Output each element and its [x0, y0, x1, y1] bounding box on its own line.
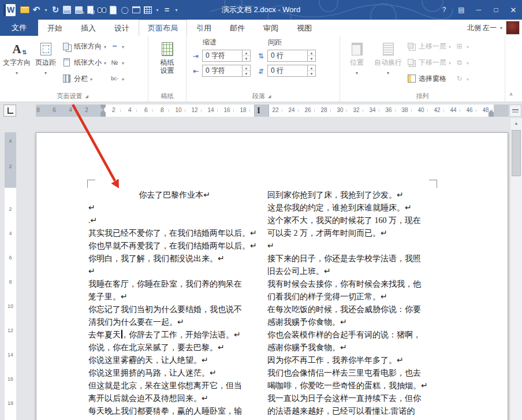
document-title-line: 你去了巴黎作业本↵	[88, 189, 260, 202]
tab-file[interactable]: 文件	[0, 20, 38, 36]
ruler-number: 14	[5, 352, 16, 359]
ribbon-tab[interactable]: 视图	[288, 20, 321, 36]
spin-down-button[interactable]	[243, 71, 250, 76]
ribbon-tab[interactable]: 开始	[38, 20, 72, 36]
align-button[interactable]	[453, 39, 471, 53]
ribbon-tab[interactable]: 引用	[187, 20, 221, 36]
wrap-text-icon	[383, 43, 394, 55]
text-line: 离开以后就会迫不及待想回来。↵	[88, 392, 260, 405]
chevron-down-icon	[467, 58, 469, 66]
line-numbers-button[interactable]	[108, 55, 126, 69]
word-app-icon[interactable]: W	[3, 4, 16, 16]
position-button[interactable]: 位置	[342, 38, 371, 91]
breaks-button[interactable]	[108, 39, 126, 53]
group-label: 稿纸	[161, 92, 174, 101]
chevron-down-icon	[449, 42, 451, 50]
margins-button[interactable]: 页边距	[31, 38, 60, 91]
vertical-scrollbar[interactable]	[510, 118, 522, 420]
text-line: 感谢我赐予你食物。↵	[267, 316, 438, 329]
save-icon[interactable]	[62, 4, 72, 16]
scrollbar-thumb[interactable]	[512, 130, 521, 176]
scroll-up-button[interactable]	[510, 118, 522, 129]
ribbon-tab[interactable]: 设计	[105, 20, 139, 36]
spin-up-button[interactable]	[308, 65, 315, 71]
orientation-button[interactable]: 纸张方向	[60, 39, 108, 53]
new-doc-icon[interactable]	[109, 4, 118, 16]
bring-forward-button[interactable]: 上移一层	[405, 39, 453, 53]
ruler-column-gap[interactable]	[254, 105, 269, 117]
spin-down-button[interactable]	[308, 71, 315, 76]
grid-caret-icon[interactable]: ▾	[155, 4, 160, 16]
columns-button[interactable]: 分栏	[60, 72, 108, 86]
print-preview-icon[interactable]	[85, 4, 95, 16]
spin-down-button[interactable]	[243, 56, 250, 61]
help-button[interactable]: ?	[435, 0, 453, 20]
maximize-button[interactable]: □	[487, 0, 505, 20]
send-backward-button[interactable]: 下移一层	[405, 55, 453, 69]
spacing-header: 间距	[256, 38, 316, 47]
split-handle-button[interactable]	[509, 105, 521, 117]
button-label: 文字方向	[3, 58, 31, 66]
selection-pane-button[interactable]: 选择窗格	[405, 72, 453, 86]
wrap-text-button[interactable]: 自动换行	[371, 38, 405, 91]
left-column[interactable]: 你去了巴黎作业本↵ ↵.↵其实我已经不爱你了，在我们结婚两年以后。↵你也早就不再…	[88, 189, 260, 418]
ribbon-tab[interactable]: 邮件	[221, 20, 254, 36]
vertical-ruler[interactable]: 42 24681012141618	[5, 132, 16, 420]
table-grid-icon[interactable]	[143, 4, 152, 16]
hyphenation-button[interactable]	[108, 72, 126, 86]
group-button[interactable]	[453, 55, 471, 69]
collapse-ribbon-button[interactable]	[505, 91, 517, 101]
paper-size-button[interactable]: 纸张大小	[60, 55, 108, 69]
indent-right-input[interactable]: 0 字符	[202, 65, 251, 77]
manuscript-grid-button[interactable]: 稿纸设置	[153, 38, 182, 91]
text-line: 清我们为什么要在一起。↵	[88, 316, 260, 329]
minimize-button[interactable]: ─	[470, 0, 487, 20]
ruler-number: 4	[5, 231, 16, 237]
space-before-input[interactable]: 0 行	[267, 50, 316, 62]
open-folder-icon[interactable]	[20, 4, 29, 16]
avatar[interactable]	[506, 21, 520, 35]
spin-up-button[interactable]	[243, 50, 250, 56]
ribbon-tab[interactable]: 插入	[72, 20, 105, 36]
chevron-down-icon	[467, 75, 469, 83]
redo-icon[interactable]: ↻	[51, 4, 60, 16]
account-area[interactable]: 北侧 左一 ▾	[467, 20, 522, 36]
ruler-number: 4	[125, 107, 135, 113]
ribbon-group-page-setup: A 文字方向 页边距 纸张方向 纸张大小	[0, 36, 148, 102]
text-direction-button[interactable]: A 文字方向	[2, 38, 31, 91]
ruler-number: 44	[449, 107, 458, 113]
align-icon	[454, 42, 464, 51]
qat-more-icon[interactable]: ▾	[174, 4, 179, 16]
ruler-number: 28	[319, 107, 329, 113]
ribbon-tab[interactable]: 审阅	[254, 20, 288, 36]
find-icon[interactable]	[97, 4, 106, 16]
undo-icon[interactable]: ↶	[32, 4, 41, 16]
ribbon-tab[interactable]: 页面布局	[139, 20, 187, 36]
horizontal-ruler[interactable]: 8642 24681012141618222426283032343638404…	[36, 105, 509, 117]
spin-up-button[interactable]	[308, 50, 315, 56]
ribbon-display-options-button[interactable]: ▤	[453, 0, 470, 20]
tab-stop-selector[interactable]	[3, 105, 16, 117]
space-after-icon: ⇅	[256, 67, 266, 75]
text-line: 你说，你在北京呆腻了，要去巴黎。↵	[88, 341, 260, 354]
rotate-button[interactable]	[453, 72, 471, 86]
dialog-launcher-icon[interactable]	[268, 94, 274, 99]
undo-caret-icon[interactable]: ▾	[43, 4, 49, 16]
indent-left-input[interactable]: 0 字符	[202, 50, 251, 62]
window-controls: ? ▤ ─ □ ✕	[435, 0, 522, 20]
text-line: 每天晚上我们都要猜拳，赢的人睡卧室，输	[88, 405, 260, 418]
shape-circle-icon[interactable]: ◯	[120, 4, 129, 16]
spin-up-button[interactable]	[243, 65, 250, 71]
right-column[interactable]: 回到家你抢到了床，我抢到了沙发。↵这是你我的约定，谁抢到床谁就睡床。↵这个家不大…	[267, 189, 438, 418]
equals-icon[interactable]: =	[162, 4, 171, 16]
window-title: 演示文档 2.docx - Word	[222, 0, 300, 20]
space-after-input[interactable]: 0 行	[267, 65, 316, 77]
save-edit-icon[interactable]: ✎	[74, 4, 83, 16]
document-page[interactable]: 你去了巴黎作业本↵ ↵.↵其实我已经不爱你了，在我们结婚两年以后。↵你也早就不再…	[36, 132, 508, 420]
close-button[interactable]: ✕	[505, 0, 522, 20]
dialog-launcher-icon[interactable]	[85, 94, 91, 99]
spin-down-button[interactable]	[308, 56, 315, 61]
ribbon-group-manuscript: 稿纸设置 稿纸	[148, 36, 187, 102]
ruler-number: 4	[66, 107, 75, 113]
window-icon[interactable]	[132, 4, 141, 16]
